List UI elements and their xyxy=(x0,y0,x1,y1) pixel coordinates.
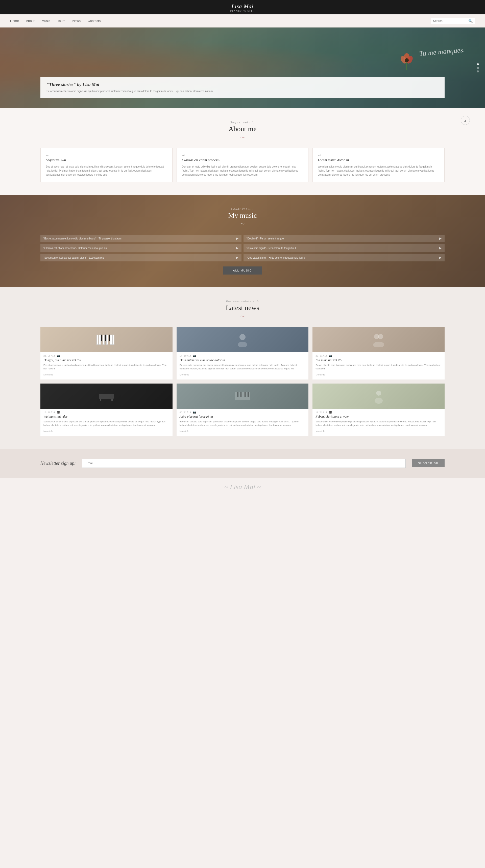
newsletter-email-input[interactable] xyxy=(82,459,406,468)
news-card-3-text: Desan et iusto odio dignissim qui blandi… xyxy=(315,364,441,370)
hero-section: Tu me manques. "Three stories" by Lisa M… xyxy=(0,28,485,108)
news-card-4: 13 / 10 / 14 🎥 Wui nunc nat vder Secausm… xyxy=(40,383,173,436)
about-label: Sequat vel illu xyxy=(40,121,445,124)
svg-point-5 xyxy=(239,334,246,340)
nav-item-home[interactable]: Home xyxy=(10,14,19,27)
news-card-6-date: 19 / 12 / 14 xyxy=(315,411,327,413)
about-card-3: 03 Lorem ipsum dolor sit We mian et iust… xyxy=(312,148,445,182)
nav-link-news[interactable]: News xyxy=(72,14,81,27)
nav-item-news[interactable]: News xyxy=(72,14,81,27)
news-card-5-text: Becursan et iusto odio dignissim qui bla… xyxy=(180,420,306,427)
about-divider xyxy=(40,134,445,141)
nav-item-about[interactable]: About xyxy=(26,14,35,27)
music-divider xyxy=(40,221,445,227)
site-logo: Lisa Mai xyxy=(0,3,485,9)
about-card-1: 01 Sequat vel illu Eos et accumsan et iu… xyxy=(40,148,173,182)
search-button[interactable]: 🔍 xyxy=(468,19,473,23)
news-card-3-date: 22 / 11 / 14 xyxy=(315,354,327,357)
news-card-2-body: Duis autem vel eum iriure dolor in Dr iu… xyxy=(177,358,309,379)
news-card-5-title: Azim placerat facer pi nu xyxy=(180,414,306,418)
music-track-3-name: "Claritas est etiam processu" - Detaum z… xyxy=(44,247,236,250)
news-label: For eam soluta sub xyxy=(40,300,445,303)
news-card-1: 23 / 09 / 14 📷 Do typi, qui nunc nat vel… xyxy=(40,327,173,379)
about-card-1-text: Eos et accumsan et iusto odio dignissim … xyxy=(46,165,167,177)
svg-point-9 xyxy=(373,342,384,347)
music-track-5-play[interactable]: ▶ xyxy=(236,256,238,259)
music-track-2: "Debland" - Fe um zeelent augue ▶ xyxy=(244,235,445,242)
news-card-4-date: 13 / 10 / 14 xyxy=(44,411,55,413)
news-card-5-more[interactable]: More info xyxy=(180,430,189,433)
camera-icon: 📷 xyxy=(57,354,60,357)
hero-caption: "Three stories" by Lisa Mai Se accumsan … xyxy=(40,77,445,98)
all-music-button[interactable]: ALL MUSIC xyxy=(223,267,262,275)
music-track-6: "Geg vasui bland" - Hhts dolore te feuga… xyxy=(244,254,445,261)
about-cards: 01 Sequat vel illu Eos et accumsan et iu… xyxy=(40,148,445,182)
hero-dot-1[interactable] xyxy=(477,63,479,65)
video-icon: 🎥 xyxy=(57,411,60,413)
news-card-2-title: Duis autem vel eum iriure dolor in xyxy=(180,358,306,362)
svg-rect-17 xyxy=(248,392,249,397)
news-card-2: 17 / 10 / 14 📷 Duis autem vel eum iriure… xyxy=(177,327,309,379)
nav-item-contacts[interactable]: Contacts xyxy=(88,14,101,27)
nav-item-music[interactable]: Music xyxy=(42,14,50,27)
about-card-3-text: We mian et iusto odio dignissim qui blan… xyxy=(318,165,439,177)
svg-rect-15 xyxy=(240,392,241,397)
news-card-1-date: 23 / 09 / 14 xyxy=(44,354,55,357)
news-card-1-more[interactable]: More info xyxy=(44,373,53,376)
news-card-3-image xyxy=(312,327,445,352)
site-tagline: Pianist's site xyxy=(0,9,485,12)
nav-link-about[interactable]: About xyxy=(26,14,35,27)
about-card-2-title: Claritas est etiam processu xyxy=(182,158,303,162)
svg-rect-12 xyxy=(111,399,113,401)
news-card-6-more[interactable]: More info xyxy=(315,430,325,433)
news-card-2-date: 17 / 10 / 14 xyxy=(180,354,191,357)
music-track-4-name: "iesto odio dignit" - Ters dolore te feu… xyxy=(247,247,439,250)
search-input[interactable] xyxy=(433,19,468,23)
music-track-2-name: "Debland" - Fe um zeelent augue xyxy=(247,237,439,240)
news-card-3: 22 / 11 / 14 📷 Eui nunc nat vel illu Des… xyxy=(312,327,445,379)
nav-link-tours[interactable]: Tours xyxy=(57,14,65,27)
hero-dot-3[interactable] xyxy=(477,70,479,72)
music-track-1-play[interactable]: ▶ xyxy=(236,237,238,240)
music-track-3-play[interactable]: ▶ xyxy=(236,246,238,250)
news-card-6: 19 / 12 / 14 🎥 Febent claritatem at vder… xyxy=(312,383,445,436)
music-section: Feuat vel illu My music "Eos et accumsan… xyxy=(0,195,485,287)
grand-piano-icon xyxy=(97,390,115,402)
music-track-2-play[interactable]: ▶ xyxy=(439,237,441,240)
news-card-3-title: Eui nunc nat vel illu xyxy=(315,358,441,362)
music-track-6-play[interactable]: ▶ xyxy=(439,256,441,259)
person-playing-icon xyxy=(371,389,386,404)
news-card-5: 03 / 11 / 14 📷 Azim placerat facer pi nu… xyxy=(177,383,309,436)
about-card-3-title: Lorem ipsum dolor sit xyxy=(318,158,439,162)
hero-dot-2[interactable] xyxy=(477,67,479,69)
news-card-4-meta: 13 / 10 / 14 🎥 xyxy=(40,409,173,414)
scroll-up-button[interactable]: ▲ xyxy=(461,116,470,125)
about-card-3-num: 03 xyxy=(318,153,439,156)
nav-link-music[interactable]: Music xyxy=(42,14,50,27)
about-title: About me xyxy=(40,125,445,133)
newsletter-subscribe-button[interactable]: SUBSCRIBE xyxy=(412,459,445,467)
svg-point-3 xyxy=(405,58,409,62)
news-card-6-text: Sweue an et iusto odio dignissim qui bla… xyxy=(315,420,441,427)
nav-item-tours[interactable]: Tours xyxy=(57,14,65,27)
news-card-4-more[interactable]: More info xyxy=(44,430,53,433)
news-card-5-date: 03 / 11 / 14 xyxy=(180,411,191,413)
music-track-4: "iesto odio dignit" - Ters dolore te feu… xyxy=(244,244,445,252)
music-track-4-play[interactable]: ▶ xyxy=(439,246,441,250)
news-card-6-image xyxy=(312,383,445,409)
camera-icon-5: 📷 xyxy=(193,411,196,413)
news-section: For eam soluta sub Latest news 23 / 09 /… xyxy=(0,287,485,448)
news-divider xyxy=(40,313,445,319)
svg-rect-14 xyxy=(237,392,238,397)
news-card-4-body: Wui nunc nat vder Secausman et iusto odi… xyxy=(40,414,173,436)
svg-point-19 xyxy=(375,398,383,404)
svg-point-18 xyxy=(376,391,381,396)
news-card-1-title: Do typi, qui nunc nat vel illu xyxy=(44,358,170,362)
nav-link-home[interactable]: Home xyxy=(10,14,19,27)
nav-search-box[interactable]: 🔍 xyxy=(431,18,475,24)
news-card-2-meta: 17 / 10 / 14 📷 xyxy=(177,352,309,358)
news-card-1-body: Do typi, qui nunc nat vel illu Eos et ac… xyxy=(40,358,173,379)
news-card-3-more[interactable]: More info xyxy=(315,373,325,376)
nav-link-contacts[interactable]: Contacts xyxy=(88,14,101,27)
news-card-2-more[interactable]: More info xyxy=(180,373,189,376)
